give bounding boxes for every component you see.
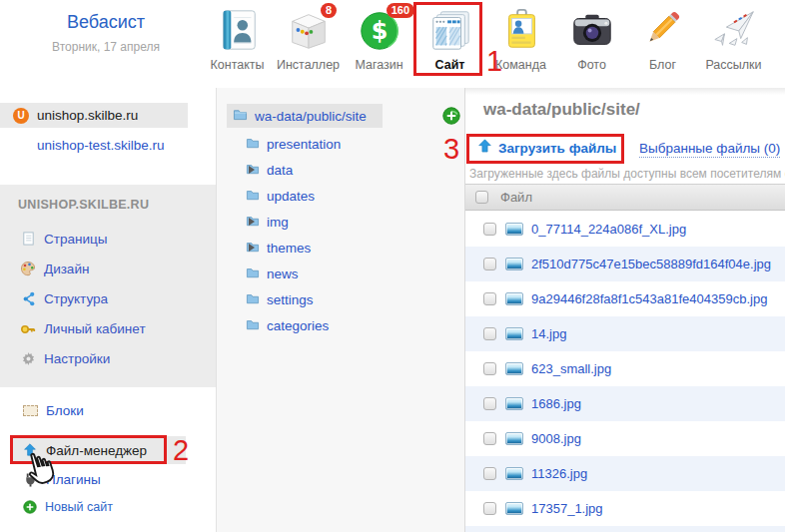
sidebar-item-account[interactable]: Личный кабинет	[20, 319, 146, 337]
folder-tree-panel: wa-data/public/site presentation data up…	[216, 88, 465, 532]
sidebar-item-structure[interactable]: Структура	[20, 289, 108, 307]
plus-icon	[22, 499, 38, 515]
table-row[interactable]: 17357_1.jpg	[465, 491, 785, 526]
row-checkbox[interactable]	[483, 502, 496, 515]
file-link[interactable]: 0_77114_224a086f_XL.jpg	[531, 222, 686, 237]
shop-badge: 160	[387, 3, 414, 18]
sidebar-item-blocks[interactable]: Блоки	[22, 401, 84, 419]
tree-folder-label: updates	[267, 189, 315, 204]
row-checkbox[interactable]	[483, 467, 496, 480]
sidebar-item-label: Личный кабинет	[44, 321, 146, 336]
tree-folder-updates[interactable]: updates	[246, 187, 315, 205]
sidebar-site-current[interactable]: U unishop.skilbe.ru	[0, 103, 188, 128]
tree-folder-label: themes	[267, 241, 311, 256]
app-site[interactable]: Сайт	[414, 4, 485, 72]
app-blog[interactable]: Блог	[627, 4, 698, 72]
photo-icon	[556, 4, 627, 56]
app-header: Вебасист Вторник, 17 апреля Контакты 8 И…	[0, 0, 785, 88]
sidebar-item-label: Настройки	[44, 351, 110, 366]
app-contacts[interactable]: Контакты	[202, 4, 273, 72]
file-link[interactable]: 2f510d775c47e15bec58889fd164f04e.jpg	[531, 257, 771, 271]
file-link[interactable]: 14.jpg	[531, 326, 566, 341]
app-label-site: Сайт	[414, 58, 485, 72]
file-link[interactable]: 9008.jpg	[531, 431, 581, 446]
file-link[interactable]: 1686.jpg	[531, 396, 581, 411]
table-row[interactable]: 11326.jpg	[465, 456, 785, 491]
tree-folder-settings[interactable]: settings	[246, 290, 314, 308]
table-row[interactable]: 14.jpg	[465, 316, 785, 351]
image-file-icon	[505, 327, 523, 340]
upload-hint: Загруженные здесь файлы доступны всем по…	[469, 167, 785, 181]
app-mailings[interactable]: Рассылки	[698, 4, 769, 72]
file-link[interactable]: 17357_1.jpg	[531, 501, 603, 516]
file-link[interactable]: 11326.jpg	[531, 466, 587, 481]
row-checkbox[interactable]	[483, 327, 496, 340]
row-checkbox[interactable]	[483, 223, 496, 236]
file-table-header: Файл	[465, 184, 785, 211]
folder-icon	[246, 292, 260, 307]
tree-folder-data[interactable]: data	[246, 161, 293, 179]
sidebar-item-plugins[interactable]: Плагины	[22, 470, 101, 488]
row-checkbox[interactable]	[483, 362, 496, 375]
app-photo[interactable]: Фото	[556, 4, 627, 72]
sidebar-item-design[interactable]: Дизайн	[20, 260, 89, 277]
app-team[interactable]: Команда	[485, 4, 556, 72]
tree-folder-news[interactable]: news	[246, 265, 299, 282]
file-column-header: Файл	[500, 190, 532, 205]
sidebar-item-label: Новый сайт	[45, 500, 113, 514]
selected-files-link[interactable]: Выбранные файлы (0)	[639, 141, 780, 158]
tree-root-folder[interactable]: wa-data/public/site	[227, 104, 383, 128]
table-row[interactable]: 0_77114_224a086f_XL.jpg	[465, 212, 785, 247]
sidebar-item-new-site[interactable]: Новый сайт	[22, 499, 113, 515]
file-manager-panel: wa-data/public/site/ Загрузить файлы Выб…	[465, 88, 785, 532]
expand-arrow-icon[interactable]	[249, 244, 255, 252]
tree-folder-img[interactable]: img	[246, 213, 289, 231]
current-path: wa-data/public/site/	[483, 100, 640, 120]
upload-files-button[interactable]: Загрузить файлы	[477, 139, 616, 157]
table-row[interactable]: 2f510d775c47e15bec58889fd164f04e.jpg	[465, 247, 785, 281]
select-all-checkbox[interactable]	[475, 191, 488, 204]
image-file-icon	[505, 467, 523, 480]
sidebar-item-label: Файл-менеджер	[46, 443, 147, 458]
app-label: Рассылки	[698, 58, 769, 72]
app-shop[interactable]: $ 160 Магазин	[344, 4, 414, 72]
folder-icon	[233, 108, 248, 124]
sidebar-item-label: Структура	[44, 291, 108, 306]
tree-folder-label: img	[267, 215, 289, 230]
table-row[interactable]: 623_small.jpg	[465, 351, 785, 386]
sidebar-item-settings[interactable]: Настройки	[20, 349, 110, 367]
brand-link[interactable]: Вебасист	[67, 12, 145, 32]
row-checkbox[interactable]	[483, 258, 496, 270]
file-link[interactable]: 9a29446f28fa8f1c543a81fe404359cb.jpg	[531, 291, 767, 306]
app-label: Контакты	[202, 58, 273, 72]
structure-icon	[20, 290, 36, 306]
tree-folder-label: settings	[267, 292, 314, 307]
app-label: Команда	[485, 58, 556, 72]
gear-icon	[20, 350, 36, 366]
tree-folder-themes[interactable]: themes	[246, 239, 311, 257]
row-checkbox[interactable]	[483, 292, 496, 305]
sidebar-item-pages[interactable]: Страницы	[20, 230, 107, 248]
table-row[interactable]: 9a29446f28fa8f1c543a81fe404359cb.jpg	[465, 281, 785, 316]
add-folder-button[interactable]	[442, 107, 460, 125]
file-link[interactable]: 623_small.jpg	[531, 361, 611, 376]
app-label: Магазин	[344, 58, 414, 72]
table-row[interactable]: 1686.jpg	[465, 386, 785, 421]
key-icon	[20, 320, 36, 336]
table-row[interactable]: 9008.jpg	[465, 421, 785, 456]
table-row-partial[interactable]	[465, 526, 785, 532]
app-switcher: Контакты 8 Инсталлер $ 160 Магазин	[202, 4, 769, 72]
expand-arrow-icon[interactable]	[249, 218, 255, 226]
tree-folder-categories[interactable]: categories	[246, 316, 329, 334]
sidebar-item-file-manager[interactable]: Файл-менеджер	[22, 441, 147, 459]
tree-folder-presentation[interactable]: presentation	[246, 135, 341, 153]
sidebar-site-test[interactable]: unishop-test.skilbe.ru	[37, 138, 165, 153]
expand-arrow-icon[interactable]	[249, 166, 255, 174]
site-name: unishop.skilbe.ru	[37, 108, 138, 123]
row-checkbox[interactable]	[483, 397, 496, 410]
sidebar-item-label: Плагины	[46, 472, 101, 487]
app-installer[interactable]: 8 Инсталлер	[273, 4, 344, 72]
image-file-icon	[505, 502, 523, 515]
row-checkbox[interactable]	[483, 432, 496, 445]
blocks-icon	[22, 402, 38, 418]
